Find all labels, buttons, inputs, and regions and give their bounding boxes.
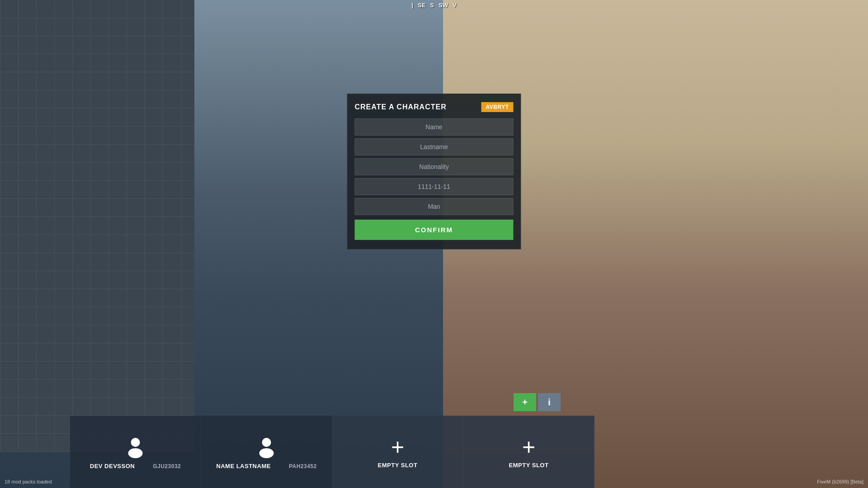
dob-input[interactable] — [355, 178, 514, 195]
character-slot-2[interactable]: NAME LASTNAME PAH23452 — [201, 416, 332, 488]
character-slot-empty-2[interactable]: + EMPTY SLOT — [463, 416, 594, 488]
plus-icon-2: + — [522, 436, 535, 458]
compass-s: S — [430, 2, 434, 9]
create-character-dialog: CREATE A CHARACTER AVBRYT CONFIRM — [347, 94, 521, 249]
svg-point-1 — [128, 448, 143, 458]
confirm-button[interactable]: CONFIRM — [355, 220, 514, 240]
character-slot-empty-1[interactable]: + EMPTY SLOT — [332, 416, 463, 488]
svg-point-0 — [131, 438, 140, 447]
abort-button[interactable]: AVBRYT — [481, 102, 514, 112]
compass-v: V — [453, 2, 457, 9]
mod-info: 18 mod packs loaded — [5, 479, 52, 484]
empty-slot-label-2: EMPTY SLOT — [509, 462, 549, 469]
compass: | SE S SW V — [406, 0, 461, 10]
empty-slot-label-1: EMPTY SLOT — [378, 462, 418, 469]
compass-se: SE — [418, 2, 425, 9]
char-name-2: NAME LASTNAME — [216, 463, 271, 469]
compass-marker: | — [411, 2, 413, 9]
gender-input[interactable] — [355, 198, 514, 215]
char-name-1: DEV DEVSSON — [90, 463, 135, 469]
character-slot-1[interactable]: DEV DEVSSON GJU23032 — [70, 416, 201, 488]
plus-icon-1: + — [391, 436, 404, 458]
svg-point-3 — [259, 448, 274, 458]
name-input[interactable] — [355, 118, 514, 136]
avatar-1 — [123, 434, 148, 459]
add-character-button[interactable]: + — [514, 393, 536, 411]
char-id-2: PAH23452 — [289, 463, 317, 469]
dialog-title: CREATE A CHARACTER — [355, 103, 447, 111]
compass-sw: SW — [439, 2, 448, 9]
info-button[interactable]: i — [538, 393, 561, 411]
lastname-input[interactable] — [355, 138, 514, 155]
svg-point-2 — [262, 438, 271, 447]
dialog-header: CREATE A CHARACTER AVBRYT — [355, 102, 514, 112]
character-slots-container: DEV DEVSSON GJU23032 NAME LASTNAME PAH23… — [70, 416, 594, 488]
avatar-2 — [254, 434, 279, 459]
char-id-1: GJU23032 — [153, 463, 181, 469]
building-grid — [0, 0, 194, 452]
action-buttons: + i — [514, 393, 561, 411]
version-info: FiveM (b2699) [Beta] — [817, 479, 863, 484]
nationality-input[interactable] — [355, 158, 514, 175]
